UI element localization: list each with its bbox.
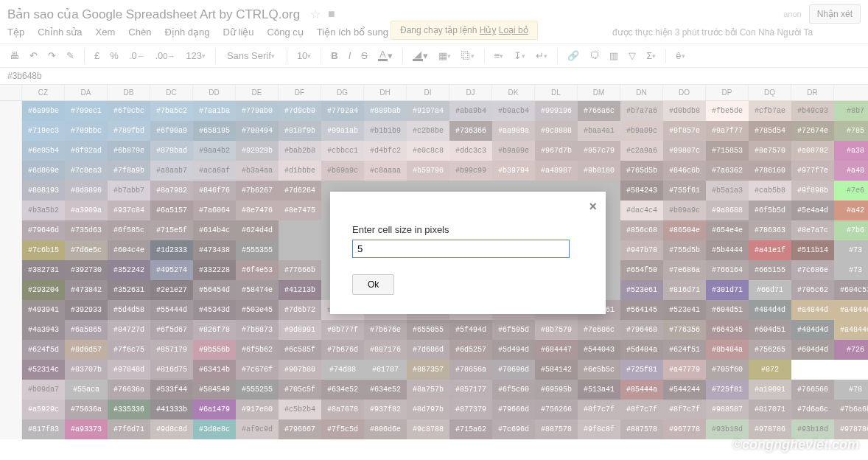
cell[interactable]: #7d6e5c bbox=[65, 240, 108, 260]
cell[interactable]: #9c8788 bbox=[407, 419, 449, 439]
cell[interactable]: #a4844d bbox=[834, 320, 868, 340]
cell[interactable]: #52314c bbox=[22, 360, 65, 380]
cell[interactable]: #846c6b bbox=[663, 161, 706, 181]
menu-Tệp[interactable]: Tệp bbox=[7, 27, 24, 38]
cell[interactable]: #a93373 bbox=[65, 419, 108, 439]
cell[interactable]: #6f4e53 bbox=[236, 260, 279, 280]
cell[interactable]: #6f5b5d bbox=[749, 201, 791, 220]
cell[interactable]: #9d8991 bbox=[279, 320, 321, 340]
cell[interactable]: #3d8e8c bbox=[193, 419, 236, 439]
cell[interactable]: #aca6af bbox=[193, 161, 236, 181]
cell[interactable]: #baa4a1 bbox=[578, 121, 620, 141]
cell[interactable]: #6f5b62 bbox=[236, 340, 279, 360]
dismiss-script-link[interactable]: Loại bỏ bbox=[499, 25, 528, 35]
cell[interactable]: #725f81 bbox=[706, 380, 749, 400]
cell[interactable]: #b3a4aa bbox=[236, 161, 279, 181]
cell[interactable]: #988587 bbox=[706, 400, 749, 419]
row-header[interactable] bbox=[0, 320, 22, 340]
cell-size-input[interactable] bbox=[352, 240, 570, 258]
cell[interactable]: #5d494d bbox=[492, 340, 535, 360]
cell[interactable]: #392933 bbox=[65, 300, 108, 320]
row-header[interactable] bbox=[0, 360, 22, 380]
col-header[interactable]: DI bbox=[407, 85, 449, 100]
col-header[interactable]: DN bbox=[620, 85, 663, 100]
cell[interactable]: #604c53 bbox=[834, 280, 868, 300]
cell[interactable]: #5e4a4d bbox=[791, 201, 834, 220]
cell[interactable]: #a08782 bbox=[791, 141, 834, 161]
redo-icon[interactable]: ↷ bbox=[44, 47, 60, 64]
cell[interactable]: #7d686d bbox=[407, 340, 449, 360]
cell[interactable]: #473842 bbox=[65, 280, 108, 300]
cell[interactable]: #9c8888 bbox=[535, 121, 578, 141]
cell[interactable]: #b7a7a6 bbox=[620, 101, 663, 121]
cell[interactable]: #658195 bbox=[193, 121, 236, 141]
col-header[interactable] bbox=[834, 85, 868, 100]
cell[interactable]: #544244 bbox=[663, 380, 706, 400]
cell[interactable]: #654e4e bbox=[706, 220, 749, 240]
italic-button[interactable]: I bbox=[345, 47, 355, 64]
cell[interactable]: #544043 bbox=[578, 340, 620, 360]
cell[interactable]: #947b78 bbox=[620, 240, 663, 260]
cell[interactable]: #56454d bbox=[193, 280, 236, 300]
cell[interactable]: #77666b bbox=[279, 260, 321, 280]
col-header[interactable]: DH bbox=[364, 85, 407, 100]
cell[interactable]: #a48987 bbox=[535, 161, 578, 181]
percent-button[interactable]: % bbox=[106, 47, 122, 64]
cell[interactable]: #73 bbox=[834, 260, 868, 280]
cell[interactable]: #78 bbox=[834, 380, 868, 400]
cell[interactable]: #796468 bbox=[620, 320, 663, 340]
cell[interactable]: #332228 bbox=[193, 260, 236, 280]
cell[interactable]: #7d6a6c bbox=[791, 400, 834, 419]
cell[interactable]: #fbe5de bbox=[706, 101, 749, 121]
cell[interactable]: #719ec3 bbox=[22, 121, 65, 141]
cell[interactable]: #7a6064 bbox=[193, 201, 236, 220]
cell[interactable]: #877379 bbox=[449, 400, 492, 419]
number-format-button[interactable]: 123 bbox=[182, 47, 209, 64]
strike-button[interactable]: S bbox=[357, 47, 371, 64]
cell[interactable]: #766566 bbox=[791, 380, 834, 400]
cell[interactable]: #7ba5c2 bbox=[150, 101, 193, 121]
cell[interactable]: #d4bfc2 bbox=[364, 141, 407, 161]
cell[interactable]: #8d797b bbox=[407, 400, 449, 419]
cell[interactable]: #8e7a7c bbox=[791, 220, 834, 240]
cell[interactable]: #b3a5b2 bbox=[22, 201, 65, 220]
cell[interactable]: #352631 bbox=[108, 280, 150, 300]
cell[interactable]: #755f61 bbox=[663, 181, 706, 201]
cell[interactable]: #41333b bbox=[150, 400, 193, 419]
cell[interactable]: #a5929c bbox=[22, 400, 65, 419]
cell[interactable]: #6e5b5c bbox=[578, 360, 620, 380]
cell[interactable]: #84727d bbox=[108, 320, 150, 340]
cell[interactable]: #708494 bbox=[236, 121, 279, 141]
cell[interactable]: #978786 bbox=[834, 419, 868, 439]
cell[interactable]: #d0bdb8 bbox=[663, 101, 706, 121]
cell[interactable]: #735d63 bbox=[65, 220, 108, 240]
cell[interactable]: #61787 bbox=[364, 360, 407, 380]
col-header[interactable]: DA bbox=[65, 85, 108, 100]
cell[interactable]: #69595b bbox=[535, 380, 578, 400]
cell[interactable]: #e0c8c8 bbox=[407, 141, 449, 161]
cell[interactable]: #6a1479 bbox=[193, 400, 236, 419]
row-header[interactable] bbox=[0, 121, 22, 141]
functions-button[interactable]: Σ bbox=[643, 47, 659, 64]
cancel-script-link[interactable]: Hủy bbox=[480, 25, 497, 35]
cell[interactable]: #70696d bbox=[492, 360, 535, 380]
cell[interactable]: #c8aaaa bbox=[364, 161, 407, 181]
cell[interactable]: #967d7b bbox=[535, 141, 578, 161]
cell[interactable]: #879bad bbox=[150, 141, 193, 161]
cell[interactable]: #887176 bbox=[364, 340, 407, 360]
cell[interactable]: #8b777f bbox=[321, 320, 364, 340]
cell[interactable]: #ddc3c3 bbox=[449, 141, 492, 161]
cell[interactable]: #352242 bbox=[108, 260, 150, 280]
cell[interactable]: #655055 bbox=[407, 320, 449, 340]
cell[interactable]: #816d71 bbox=[663, 280, 706, 300]
cell[interactable]: #789fbd bbox=[108, 121, 150, 141]
cell[interactable]: #7e686a bbox=[663, 260, 706, 280]
paint-format-icon[interactable]: ✎ bbox=[63, 47, 78, 64]
row-header[interactable] bbox=[0, 280, 22, 300]
cell[interactable]: #604d51 bbox=[706, 300, 749, 320]
cell[interactable]: #9a7f77 bbox=[706, 121, 749, 141]
cell[interactable]: #604d51 bbox=[749, 320, 791, 340]
cell[interactable]: #715e5f bbox=[150, 220, 193, 240]
cell[interactable]: #493941 bbox=[22, 300, 65, 320]
cell[interactable]: #9f857e bbox=[663, 121, 706, 141]
